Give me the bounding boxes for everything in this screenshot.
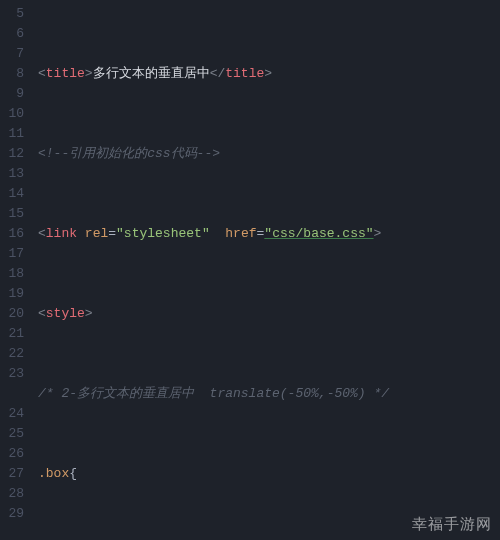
code-line[interactable]: <title>多行文本的垂直居中</title> [38,64,500,84]
code-line[interactable]: /* 2-多行文本的垂直居中 translate(-50%,-50%) */ [38,384,500,404]
code-line[interactable]: <style> [38,304,500,324]
code-line[interactable]: <link rel="stylesheet" href="css/base.cs… [38,224,500,244]
code-area[interactable]: <title>多行文本的垂直居中</title> <!--引用初始化的css代码… [32,0,500,540]
code-editor[interactable]: 567 8910 111213 141516 171819 202122 232… [0,0,500,540]
code-line[interactable]: .box{ [38,464,500,484]
code-line[interactable]: <!--引用初始化的css代码--> [38,144,500,164]
watermark: 幸福手游网 [412,515,492,534]
line-number-gutter: 567 8910 111213 141516 171819 202122 232… [0,0,32,540]
